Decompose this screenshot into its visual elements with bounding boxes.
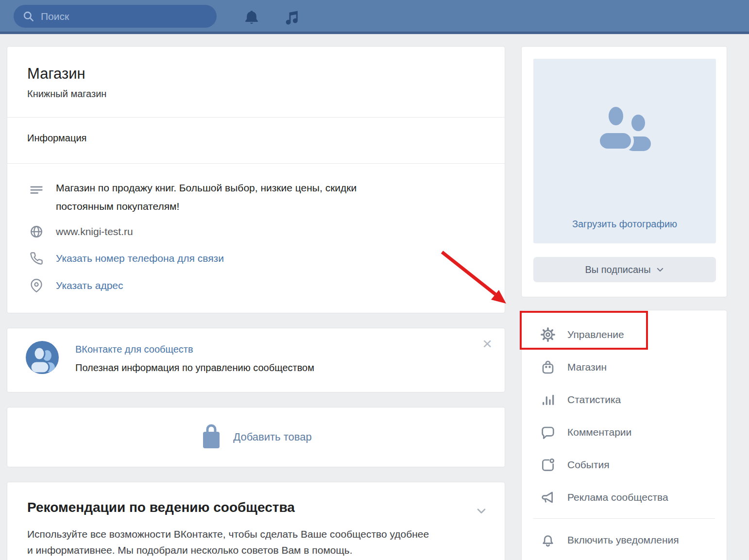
sidebar-menu-card: Управление Магазин [521, 310, 727, 560]
community-info-card: Магазин Книжный магазин Информация Магаз… [7, 46, 505, 313]
address-row: Указать адрес [29, 279, 123, 292]
shopping-bag-icon [540, 359, 556, 375]
add-product-label: Добавить товар [233, 431, 311, 443]
close-icon[interactable]: × [482, 335, 492, 352]
community-avatar-icon [26, 341, 59, 374]
menu-label: Управление [567, 329, 624, 340]
menu-item-shop[interactable]: Магазин [522, 351, 727, 383]
promo-title-link[interactable]: ВКонтакте для сообществ [75, 344, 193, 355]
two-persons-icon [591, 102, 659, 160]
divider [7, 117, 505, 118]
subscribed-button[interactable]: Вы подписаны [533, 257, 716, 282]
upload-photo-link[interactable]: Загрузить фотографию [533, 219, 716, 230]
menu-label: Магазин [567, 361, 607, 373]
promo-subtitle: Полезная информация по управлению сообще… [75, 362, 314, 373]
phone-icon [29, 252, 44, 265]
add-phone-link[interactable]: Указать номер телефона для связи [56, 253, 224, 264]
add-product-card: Добавить товар [7, 407, 505, 467]
community-title: Магазин [27, 65, 85, 83]
search-icon [22, 10, 35, 23]
photo-placeholder[interactable]: Загрузить фотографию [533, 59, 716, 243]
chevron-down-icon [656, 265, 664, 274]
bell-outline-icon [540, 532, 556, 548]
info-section-title: Информация [27, 133, 86, 144]
notifications-bell-icon[interactable] [242, 0, 261, 34]
recommendations-title: Рекомендации по ведению сообщества [27, 500, 295, 515]
menu-item-enable-notifications[interactable]: Включить уведомления [522, 524, 727, 556]
megaphone-icon [540, 490, 556, 505]
menu-item-comments[interactable]: Комментарии [522, 416, 727, 448]
bar-chart-icon [540, 392, 556, 407]
globe-icon [29, 224, 44, 239]
menu-label: События [567, 459, 610, 471]
gear-icon [540, 327, 556, 342]
location-pin-icon [29, 279, 44, 292]
text-lines-icon [29, 183, 44, 197]
sidebar-photo-card: Загрузить фотографию Вы подписаны [521, 46, 727, 297]
menu-item-manage[interactable]: Управление [522, 318, 727, 351]
add-address-link[interactable]: Указать адрес [56, 280, 123, 291]
phone-row: Указать номер телефона для связи [29, 252, 224, 265]
comment-icon [540, 424, 556, 440]
community-subtitle: Книжный магазин [27, 88, 106, 100]
add-product-button[interactable]: Добавить товар [7, 407, 505, 467]
menu-label: Включить уведомления [567, 534, 679, 546]
vk-community-page: Магазин Книжный магазин Информация Магаз… [0, 0, 749, 560]
search-box[interactable] [14, 5, 217, 28]
top-navigation-bar [0, 0, 749, 34]
menu-item-events[interactable]: События [522, 448, 727, 481]
events-icon [540, 457, 556, 473]
chevron-down-icon[interactable] [475, 504, 488, 519]
divider [7, 163, 505, 164]
menu-item-statistics[interactable]: Статистика [522, 383, 727, 416]
website-row: www.knigi-test.ru [29, 224, 133, 239]
menu-label: Комментарии [567, 426, 631, 438]
vk-communities-promo-card[interactable]: ВКонтакте для сообществ Полезная информа… [7, 328, 505, 392]
community-website[interactable]: www.knigi-test.ru [56, 226, 133, 238]
menu-label: Реклама сообщества [567, 492, 668, 503]
menu-divider [533, 518, 715, 519]
recommendations-card: Рекомендации по ведению сообщества Испол… [7, 482, 505, 560]
description-row: Магазин по продажу книг. Большой выбор, … [29, 179, 357, 216]
recommendations-body: Используйте все возможности ВКонтакте, ч… [27, 526, 494, 558]
menu-item-community-ads[interactable]: Реклама сообщества [522, 481, 727, 513]
shopping-bag-filled-icon [200, 424, 222, 450]
music-note-icon[interactable] [283, 0, 300, 34]
subscribed-button-label: Вы подписаны [585, 264, 651, 275]
community-description: Магазин по продажу книг. Большой выбор, … [56, 179, 357, 216]
menu-label: Статистика [567, 394, 621, 406]
search-input[interactable] [41, 11, 196, 22]
